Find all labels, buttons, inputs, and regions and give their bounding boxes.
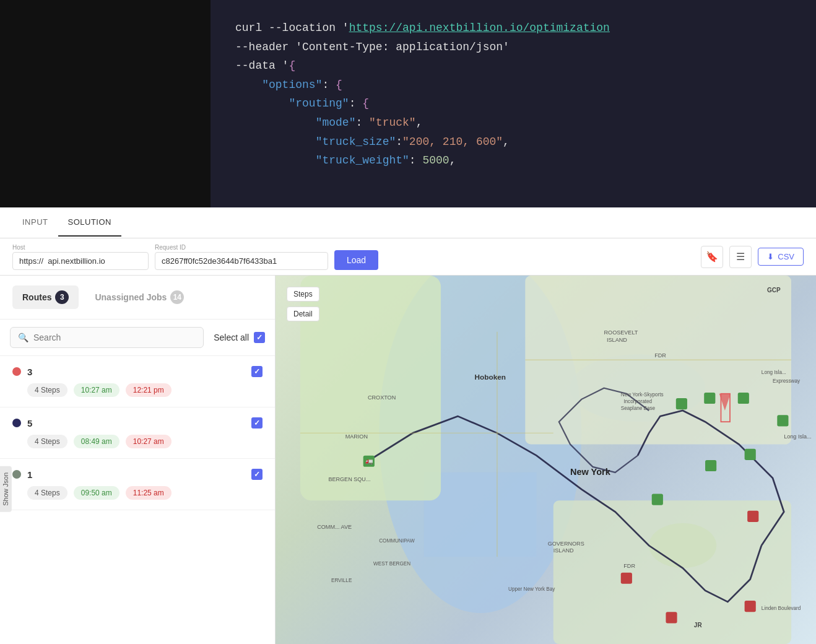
svg-text:COMMUNIPAW: COMMUNIPAW xyxy=(379,538,415,544)
steps-badge: 4 Steps xyxy=(27,435,67,448)
svg-rect-12 xyxy=(652,494,663,505)
list-icon-button[interactable]: ☰ xyxy=(729,246,752,268)
jr-label: JR xyxy=(694,622,702,629)
svg-text:New York-Skyports: New York-Skyports xyxy=(621,392,664,398)
host-label: Host xyxy=(12,244,149,251)
csv-label: CSV xyxy=(778,252,794,261)
svg-text:FDR: FDR xyxy=(623,563,635,569)
list-icon: ☰ xyxy=(736,251,745,263)
unassigned-tab-label: Unassigned Jobs xyxy=(95,292,167,302)
tab-input[interactable]: INPUT xyxy=(12,209,58,237)
route-number: 3 xyxy=(27,367,245,377)
svg-text:Expressway: Expressway xyxy=(773,378,801,384)
steps-badge: 4 Steps xyxy=(27,486,67,500)
svg-rect-18 xyxy=(676,398,687,409)
svg-text:COMM... AVE: COMM... AVE xyxy=(317,524,352,530)
tab-solution[interactable]: SOLUTION xyxy=(58,209,121,237)
svg-rect-14 xyxy=(745,449,756,460)
route-header: 3 xyxy=(12,366,263,377)
code-line-2: --header 'Content-Type: application/json… xyxy=(235,38,791,57)
content-area: Show Json Routes 3 Unassigned Jobs 14 🔍 xyxy=(0,276,816,644)
svg-point-6 xyxy=(649,523,716,568)
code-line-5: "routing": { xyxy=(235,94,791,113)
code-left-dark xyxy=(0,0,211,207)
svg-text:🚛: 🚛 xyxy=(365,457,373,465)
bookmark-icon: 🔖 xyxy=(706,251,718,263)
routes-tab-label: Routes xyxy=(22,292,51,302)
svg-rect-16 xyxy=(738,393,749,404)
search-input[interactable] xyxy=(33,333,196,342)
left-panel: Show Json Routes 3 Unassigned Jobs 14 🔍 xyxy=(0,276,276,644)
end-time-badge: 12:21 pm xyxy=(126,383,171,397)
svg-text:ISLAND: ISLAND xyxy=(607,337,627,343)
tab-unassigned[interactable]: Unassigned Jobs 14 xyxy=(85,285,194,309)
table-row: 1 4 Steps 09:50 am 11:25 am xyxy=(0,459,275,510)
route-number: 5 xyxy=(27,418,245,429)
bookmark-icon-button[interactable]: 🔖 xyxy=(701,246,723,268)
start-time-badge: 10:27 am xyxy=(74,383,119,397)
ui-section: INPUT SOLUTION Host Request ID Load 🔖 ☰ … xyxy=(0,207,816,644)
select-all-wrap: Select all xyxy=(214,332,265,343)
load-button[interactable]: Load xyxy=(334,250,378,270)
svg-text:Long Isla...: Long Isla... xyxy=(784,433,811,440)
routes-badge: 3 xyxy=(55,290,69,304)
request-id-input[interactable] xyxy=(155,252,328,270)
route-details: 4 Steps 08:49 am 10:27 am xyxy=(27,435,263,448)
map-svg: 🚛 Hoboken xyxy=(276,276,816,644)
start-time-badge: 08:49 am xyxy=(74,435,119,448)
map-area[interactable]: 🚛 Hoboken xyxy=(276,276,816,644)
route-number: 1 xyxy=(27,469,245,480)
code-line-4: "options": { xyxy=(235,76,791,95)
svg-text:FDR: FDR xyxy=(654,352,666,359)
routes-tabs: Routes 3 Unassigned Jobs 14 xyxy=(0,276,275,320)
svg-rect-21 xyxy=(745,601,756,612)
route-header: 1 xyxy=(12,469,263,480)
route-details: 4 Steps 10:27 am 12:21 pm xyxy=(27,383,263,397)
svg-rect-22 xyxy=(747,511,758,522)
route-checkbox[interactable] xyxy=(251,469,263,480)
show-json-tab[interactable]: Show Json xyxy=(0,466,12,512)
svg-rect-15 xyxy=(777,415,788,426)
svg-rect-17 xyxy=(704,393,715,404)
svg-rect-20 xyxy=(666,612,677,623)
route-checkbox[interactable] xyxy=(251,417,263,429)
svg-rect-13 xyxy=(705,460,716,471)
table-row: 3 4 Steps 10:27 am 12:21 pm xyxy=(0,356,275,407)
code-line-6: "mode": "truck", xyxy=(235,113,791,133)
svg-text:BERGEN SQU...: BERGEN SQU... xyxy=(328,476,370,482)
code-section: curl --location 'https://api.nextbillion… xyxy=(0,0,816,207)
route-dot-red xyxy=(12,367,21,376)
search-icon: 🔍 xyxy=(18,333,28,342)
steps-pill[interactable]: Steps xyxy=(287,287,319,302)
search-bar: 🔍 Select all xyxy=(0,320,275,356)
request-bar: Host Request ID Load 🔖 ☰ ⬇ CSV xyxy=(0,238,816,276)
detail-pill[interactable]: Detail xyxy=(287,307,319,321)
host-input[interactable] xyxy=(12,252,149,270)
code-line-1: curl --location 'https://api.nextbillion… xyxy=(235,19,791,38)
routes-list: 3 4 Steps 10:27 am 12:21 pm 5 xyxy=(0,356,275,644)
route-header: 5 xyxy=(12,417,263,429)
svg-text:ISLAND: ISLAND xyxy=(553,547,574,554)
route-checkbox[interactable] xyxy=(251,366,263,377)
svg-rect-19 xyxy=(621,573,632,584)
request-id-field-group: Request ID xyxy=(155,244,328,270)
end-time-badge: 10:27 am xyxy=(126,435,171,448)
select-all-label: Select all xyxy=(214,333,249,342)
svg-text:WEST BERGEN: WEST BERGEN xyxy=(373,561,410,567)
svg-text:ROOSEVELT: ROOSEVELT xyxy=(604,329,638,336)
download-icon: ⬇ xyxy=(767,252,774,261)
select-all-checkbox[interactable] xyxy=(254,332,265,343)
gcp-label: GCP xyxy=(767,287,781,294)
svg-text:Incorporated: Incorporated xyxy=(623,399,652,404)
code-area: curl --location 'https://api.nextbillion… xyxy=(211,0,816,207)
search-input-wrap: 🔍 xyxy=(10,327,204,348)
end-time-badge: 11:25 am xyxy=(126,486,171,500)
svg-text:Linden Boulevard: Linden Boulevard xyxy=(762,606,801,611)
code-line-3: --data '{ xyxy=(235,56,791,76)
svg-text:CROXTON: CROXTON xyxy=(368,394,396,401)
start-time-badge: 09:50 am xyxy=(74,486,119,500)
svg-text:ERVILLE: ERVILLE xyxy=(331,578,352,583)
tab-routes[interactable]: Routes 3 xyxy=(12,285,79,309)
svg-text:Seaplane Base: Seaplane Base xyxy=(621,406,656,411)
csv-button[interactable]: ⬇ CSV xyxy=(758,248,804,266)
